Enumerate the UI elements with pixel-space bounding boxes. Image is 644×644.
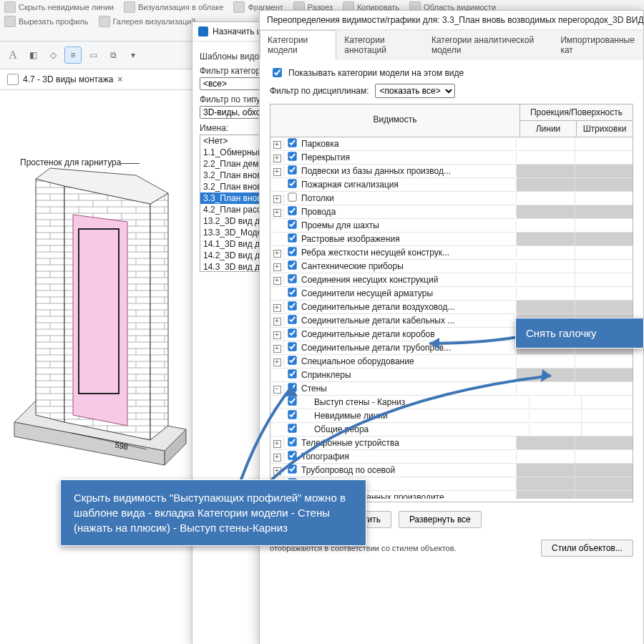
- section-icon[interactable]: ◇: [44, 47, 62, 64]
- visibility-checkbox[interactable]: [288, 288, 296, 296]
- patterns-cell[interactable]: [575, 219, 633, 232]
- category-row[interactable]: Проемы для шахты: [270, 219, 633, 233]
- discipline-filter-select[interactable]: <показать все>: [375, 84, 455, 98]
- patterns-cell[interactable]: [575, 450, 633, 463]
- patterns-cell[interactable]: [575, 355, 633, 368]
- expand-icon[interactable]: +: [270, 452, 284, 462]
- tab[interactable]: Категории аналитической модели: [424, 30, 552, 60]
- patterns-cell[interactable]: [575, 260, 633, 273]
- patterns-cell[interactable]: [575, 137, 633, 150]
- visibility-checkbox[interactable]: [288, 179, 296, 187]
- expand-icon[interactable]: +: [270, 316, 284, 326]
- visibility-checkbox[interactable]: [288, 247, 296, 255]
- visibility-checkbox[interactable]: [288, 328, 296, 337]
- expand-icon[interactable]: +: [270, 261, 284, 271]
- visibility-checkbox[interactable]: [288, 410, 296, 419]
- expand-icon[interactable]: +: [270, 207, 284, 217]
- category-row[interactable]: +Ребра жесткости несущей конструк...: [270, 246, 633, 260]
- lines-cell[interactable]: [517, 165, 575, 177]
- category-row[interactable]: +Провода: [270, 205, 633, 219]
- lines-cell[interactable]: [517, 246, 575, 259]
- category-row[interactable]: +Сантехнические приборы: [270, 260, 633, 273]
- visibility-checkbox[interactable]: [288, 152, 296, 160]
- category-row[interactable]: Выступ стены - Карниз: [270, 396, 633, 409]
- lines-cell[interactable]: [517, 301, 575, 313]
- expand-icon[interactable]: +: [270, 139, 284, 149]
- ribbon-item[interactable]: Вырезать профиль: [4, 16, 89, 27]
- visibility-checkbox[interactable]: [288, 464, 296, 473]
- visibility-checkbox[interactable]: [288, 342, 296, 351]
- expand-icon[interactable]: +: [270, 193, 284, 203]
- expand-icon[interactable]: +: [270, 152, 284, 162]
- lines-cell[interactable]: [517, 178, 575, 191]
- patterns-cell[interactable]: [575, 192, 633, 205]
- visibility-checkbox[interactable]: [288, 451, 296, 459]
- copy-icon[interactable]: ⧉: [104, 47, 122, 64]
- expand-icon[interactable]: −: [270, 384, 284, 394]
- text-tool-icon[interactable]: A: [4, 47, 21, 64]
- list-icon[interactable]: ≡: [64, 47, 82, 64]
- lines-cell[interactable]: [517, 436, 575, 449]
- category-row[interactable]: Пожарная сигнализация: [270, 178, 633, 192]
- lines-cell[interactable]: [530, 396, 582, 409]
- patterns-cell[interactable]: [575, 369, 633, 381]
- visibility-checkbox[interactable]: [288, 424, 296, 432]
- visibility-checkbox[interactable]: [288, 192, 296, 201]
- category-row[interactable]: +Телефонные устройства: [270, 436, 633, 450]
- category-row[interactable]: +Перекрытия: [270, 151, 633, 165]
- tab[interactable]: Импортированные кат: [552, 30, 643, 60]
- patterns-cell[interactable]: [575, 477, 633, 490]
- expand-icon[interactable]: +: [270, 248, 284, 258]
- tab[interactable]: Категории аннотаций: [336, 30, 424, 60]
- expand-all-button[interactable]: Развернуть все: [399, 511, 482, 528]
- patterns-cell[interactable]: [575, 205, 633, 218]
- category-row[interactable]: Соединители несущей арматуры: [270, 287, 633, 301]
- visibility-checkbox[interactable]: [288, 260, 296, 269]
- expand-icon[interactable]: +: [270, 329, 284, 339]
- visibility-checkbox[interactable]: [288, 138, 296, 147]
- expand-icon[interactable]: +: [270, 343, 284, 353]
- patterns-cell[interactable]: [575, 246, 633, 259]
- category-row[interactable]: Растровые изображения: [270, 233, 633, 246]
- visibility-checkbox[interactable]: [288, 383, 296, 391]
- lines-cell[interactable]: [517, 233, 575, 245]
- expand-icon[interactable]: +: [270, 465, 284, 475]
- patterns-cell[interactable]: [582, 396, 633, 409]
- patterns-cell[interactable]: [575, 151, 633, 164]
- object-styles-button[interactable]: Стили объектов...: [541, 540, 633, 557]
- category-row[interactable]: +Специальное оборудование: [270, 355, 633, 369]
- close-icon[interactable]: ×: [117, 74, 122, 84]
- expand-icon[interactable]: +: [270, 302, 284, 312]
- visibility-checkbox[interactable]: [288, 437, 296, 446]
- ribbon-item[interactable]: Скрыть невидимые линии: [4, 1, 114, 13]
- category-row[interactable]: +Соединительные детали воздуховод...: [270, 301, 633, 314]
- patterns-cell[interactable]: [575, 233, 633, 245]
- category-row[interactable]: +Парковка: [270, 137, 633, 151]
- expand-icon[interactable]: +: [270, 275, 284, 285]
- lines-cell[interactable]: [517, 382, 575, 395]
- patterns-cell[interactable]: [575, 301, 633, 313]
- show-categories-input[interactable]: [273, 68, 282, 77]
- more-icon[interactable]: ▾: [125, 47, 142, 64]
- patterns-cell[interactable]: [575, 464, 633, 477]
- visibility-checkbox[interactable]: [288, 315, 296, 323]
- patterns-cell[interactable]: [582, 409, 633, 422]
- lines-cell[interactable]: [517, 287, 575, 300]
- visibility-checkbox[interactable]: [288, 396, 296, 405]
- visibility-checkbox[interactable]: [288, 206, 296, 215]
- lines-cell[interactable]: [517, 219, 575, 232]
- category-row[interactable]: +Топография: [270, 450, 633, 464]
- expand-icon[interactable]: +: [270, 438, 284, 448]
- lines-cell[interactable]: [517, 450, 575, 463]
- lines-cell[interactable]: [517, 369, 575, 381]
- lines-cell[interactable]: [517, 464, 575, 477]
- expand-icon[interactable]: +: [270, 356, 284, 366]
- category-row[interactable]: +Подвески из базы данных производ...: [270, 165, 633, 178]
- category-row[interactable]: Спринклеры: [270, 369, 633, 382]
- visibility-checkbox[interactable]: [288, 301, 296, 310]
- patterns-cell[interactable]: [575, 178, 633, 191]
- visibility-checkbox[interactable]: [288, 274, 296, 283]
- lines-cell[interactable]: [517, 273, 575, 286]
- category-row[interactable]: +Соединения несущих конструкций: [270, 273, 633, 287]
- lines-cell[interactable]: [517, 477, 575, 490]
